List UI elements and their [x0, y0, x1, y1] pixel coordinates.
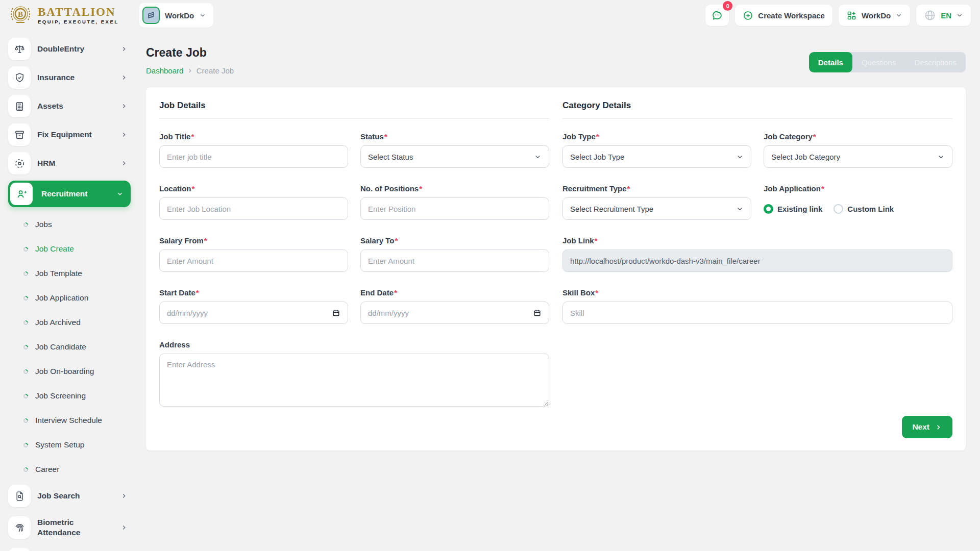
language-button[interactable]: EN	[916, 5, 971, 26]
sidebar-subitem-job-onboarding[interactable]: Job On-boarding	[8, 359, 131, 384]
required-marker: *	[596, 132, 599, 141]
chevron-down-icon	[736, 153, 744, 161]
bullet-icon	[22, 246, 29, 253]
sidebar-subitem-job-application[interactable]: Job Application	[8, 286, 131, 310]
brand-name: BATTALION	[38, 6, 119, 18]
job-category-field: Job Category* Select Job Category	[764, 132, 952, 168]
job-application-label: Job Application	[764, 184, 821, 193]
required-marker: *	[384, 132, 387, 141]
category-details-heading: Category Details	[562, 101, 952, 119]
globe-icon	[924, 9, 936, 21]
job-link-label: Job Link	[562, 236, 594, 245]
bullet-icon	[22, 221, 29, 228]
sidebar-item-label: HRM	[37, 159, 55, 168]
breadcrumb-dashboard-link[interactable]: Dashboard	[146, 66, 183, 75]
battalion-emblem-icon: B	[8, 3, 33, 28]
status-select-value: Select Status	[368, 153, 413, 161]
workspace-switcher[interactable]: WorkDo	[139, 3, 213, 28]
salary-from-field: Salary From*	[159, 236, 348, 272]
create-workspace-label: Create Workspace	[758, 11, 825, 20]
breadcrumb-current: Create Job	[197, 66, 234, 75]
required-marker: *	[192, 184, 195, 193]
sidebar-subitem-job-create[interactable]: Job Create	[8, 237, 131, 261]
messages-button[interactable]: 0	[705, 5, 729, 26]
sidebar-subitem-system-setup[interactable]: System Setup	[8, 433, 131, 457]
positions-input[interactable]	[360, 197, 549, 220]
sidebar-item-label: DoubleEntry	[37, 44, 84, 54]
location-input[interactable]	[159, 197, 348, 220]
start-date-input[interactable]: dd/mm/yyyy	[159, 302, 348, 324]
sidebar-item-recruitment[interactable]: Recruitment	[8, 181, 131, 207]
tab-descriptions[interactable]: Descriptions	[905, 52, 966, 72]
archive-box-icon	[8, 123, 31, 146]
sidebar-item-biometric-attendance[interactable]: Biometric Attendance	[8, 513, 131, 542]
sidebar-subitem-career[interactable]: Career	[8, 457, 131, 482]
required-marker: *	[419, 184, 422, 193]
app-menu-label: WorkDo	[862, 11, 891, 20]
required-marker: *	[395, 236, 398, 245]
sidebar-subitem-job-screening[interactable]: Job Screening	[8, 384, 131, 408]
required-marker: *	[821, 184, 824, 193]
start-date-label: Start Date	[159, 288, 195, 297]
status-select[interactable]: Select Status	[360, 145, 549, 168]
breadcrumb: Dashboard › Create Job	[146, 66, 234, 75]
sidebar-item-job-search[interactable]: Job Search	[8, 485, 131, 507]
sidebar-subitem-interview-schedule[interactable]: Interview Schedule	[8, 408, 131, 433]
sidebar-item-fix-equipment[interactable]: Fix Equipment	[8, 123, 131, 146]
address-textarea[interactable]	[159, 354, 549, 407]
job-details-section: Job Details Job Title* Status* Select St…	[159, 101, 549, 409]
skill-input[interactable]	[562, 302, 952, 324]
sidebar-item-procurement[interactable]: Procurement	[8, 548, 131, 551]
radio-existing-link[interactable]: Existing link	[764, 204, 822, 214]
sidebar-item-doubleentry[interactable]: DoubleEntry	[8, 38, 131, 60]
job-link-input: http://localhost/product/workdo-dash-v3/…	[562, 249, 952, 272]
chevron-right-icon	[120, 524, 128, 531]
next-button[interactable]: Next	[902, 416, 952, 438]
required-marker: *	[196, 288, 199, 297]
sidebar-subitem-label: Job Archived	[35, 318, 81, 327]
chevron-down-icon	[895, 12, 902, 19]
radio-custom-link[interactable]: Custom Link	[834, 204, 894, 214]
sidebar-subitem-label: Job Template	[35, 269, 82, 278]
required-marker: *	[595, 236, 598, 245]
sidebar-subitem-jobs[interactable]: Jobs	[8, 212, 131, 237]
positions-field: No. of Positions*	[360, 184, 549, 220]
workspace-building-icon	[142, 7, 160, 24]
recruitment-type-field: Recruitment Type* Select Recruitment Typ…	[562, 184, 751, 220]
sidebar-subitem-label: Jobs	[35, 220, 52, 229]
sidebar-subitem-label: Job Create	[35, 244, 74, 254]
salary-from-input[interactable]	[159, 249, 348, 272]
page-title: Create Job	[146, 46, 234, 60]
recruitment-type-select[interactable]: Select Recruitment Type	[562, 197, 751, 220]
bullet-icon	[22, 368, 29, 375]
sidebar-item-label: Fix Equipment	[37, 130, 92, 139]
workspace-switcher-label: WorkDo	[165, 11, 194, 20]
job-title-label: Job Title	[159, 132, 190, 141]
sidebar-item-hrm[interactable]: HRM	[8, 152, 131, 174]
tab-details[interactable]: Details	[809, 52, 852, 72]
job-type-select[interactable]: Select Job Type	[562, 145, 751, 168]
radio-unselected-icon	[834, 204, 843, 214]
sidebar-subitem-job-template[interactable]: Job Template	[8, 261, 131, 286]
chevron-right-icon	[120, 492, 128, 499]
bullet-icon	[22, 295, 29, 302]
messages-count-badge: 0	[723, 1, 732, 11]
create-workspace-button[interactable]: Create Workspace	[735, 5, 832, 26]
job-application-field: Job Application* Existing link Custom Li…	[764, 184, 952, 220]
percent-icon	[8, 548, 31, 551]
app-menu-button[interactable]: WorkDo	[839, 5, 910, 26]
bullet-icon	[22, 344, 29, 350]
end-date-input[interactable]: dd/mm/yyyy	[360, 302, 549, 324]
salary-to-input[interactable]	[360, 249, 549, 272]
job-category-select[interactable]: Select Job Category	[764, 145, 952, 168]
topbar: B BATTALION EQUIP, EXECUTE, EXEL WorkDo	[0, 0, 980, 31]
shield-check-icon	[8, 66, 31, 89]
job-application-radio-group: Existing link Custom Link	[764, 197, 952, 220]
job-title-input[interactable]	[159, 145, 348, 168]
recruitment-type-label: Recruitment Type	[562, 184, 627, 193]
sidebar-item-insurance[interactable]: Insurance	[8, 66, 131, 89]
sidebar-subitem-job-candidate[interactable]: Job Candidate	[8, 335, 131, 359]
sidebar-item-assets[interactable]: Assets	[8, 95, 131, 117]
tab-questions[interactable]: Questions	[852, 52, 905, 72]
sidebar-subitem-job-archived[interactable]: Job Archived	[8, 310, 131, 335]
